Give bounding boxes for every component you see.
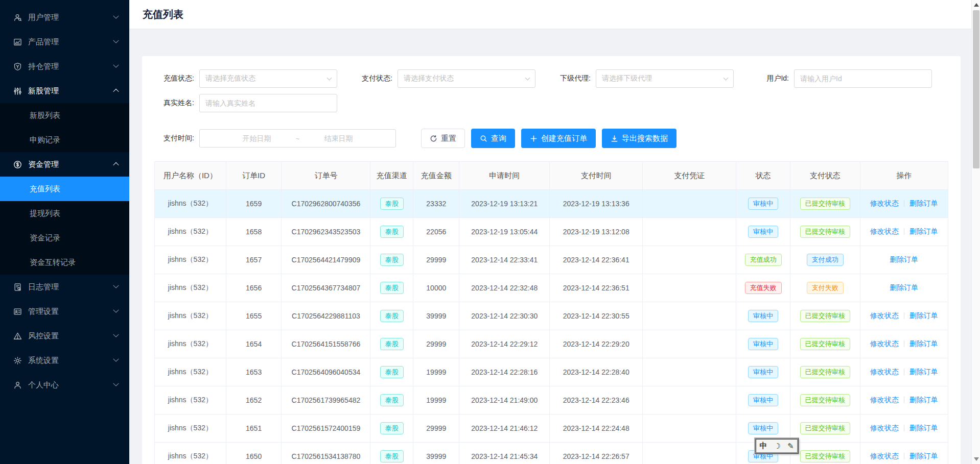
sidebar-item-system-settings[interactable]: 系统设置 <box>0 348 129 373</box>
reset-button[interactable]: 重置 <box>421 129 465 148</box>
action-link[interactable]: 修改状态 <box>870 199 899 207</box>
page-header: 充值列表 <box>129 0 971 29</box>
action-link[interactable]: 删除订单 <box>909 311 938 320</box>
ime-status-bar[interactable]: 中 ☽ ✎ <box>755 438 799 454</box>
sliders-icon <box>13 87 22 95</box>
cell-actions: 修改状态删除订单 <box>860 190 948 218</box>
sidebar-item-product-mgmt[interactable]: 产品管理 <box>0 30 129 54</box>
filter-label: 支付状态: <box>353 74 398 83</box>
real-name-input[interactable] <box>205 99 331 107</box>
chevron-down-icon <box>724 76 729 81</box>
table-row: jishns（532）1657C1702564421479909泰股299992… <box>155 246 948 274</box>
channel-tag: 泰股 <box>380 338 404 351</box>
cell-order-no: C1702564421479909 <box>282 246 370 274</box>
action-link[interactable]: 修改状态 <box>870 227 899 235</box>
scrollbar-thumb[interactable] <box>973 10 979 168</box>
search-button[interactable]: 查询 <box>471 129 515 148</box>
action-link[interactable]: 删除订单 <box>909 339 938 348</box>
action-link[interactable]: 删除订单 <box>909 424 938 432</box>
cell-channel: 泰股 <box>370 330 413 358</box>
sidebar-item-log-mgmt[interactable]: 日志管理 <box>0 275 129 299</box>
agent-select[interactable]: 请选择下级代理 <box>596 69 734 88</box>
download-icon <box>611 135 618 142</box>
sidebar-item-fund-mgmt[interactable]: 资金管理 <box>0 152 129 177</box>
ime-mode-label[interactable]: 中 <box>759 441 767 451</box>
sidebar-subitem-newstock-list[interactable]: 新股列表 <box>0 103 129 128</box>
cell-order-id: 1653 <box>226 358 282 386</box>
cell-voucher <box>643 386 736 414</box>
sidebar-item-newstock-mgmt[interactable]: 新股管理 <box>0 79 129 103</box>
action-link[interactable]: 删除订单 <box>909 396 938 404</box>
action-link[interactable]: 修改状态 <box>870 311 899 320</box>
col-status: 状态 <box>736 162 790 190</box>
sidebar-item-label: 风控设置 <box>28 331 59 341</box>
cell-order-id: 1656 <box>226 274 282 302</box>
cell-apply-time: 2023-12-19 13:13:21 <box>459 190 550 218</box>
sidebar-item-user-mgmt[interactable]: 用户管理 <box>0 5 129 30</box>
channel-tag: 泰股 <box>380 394 404 407</box>
sidebar-subitem-fund-transfer-records[interactable]: 资金互转记录 <box>0 250 129 275</box>
scroll-down-arrow-icon[interactable] <box>974 457 979 461</box>
cell-order-id: 1658 <box>226 218 282 246</box>
sidebar-item-position-mgmt[interactable]: 持仓管理 <box>0 54 129 79</box>
select-placeholder: 请选择下级代理 <box>602 74 652 83</box>
sidebar-subitem-label: 资金互转记录 <box>30 258 76 267</box>
pay-status-tag: 已提交待审核 <box>800 198 850 210</box>
action-link[interactable]: 删除订单 <box>909 452 938 460</box>
action-link[interactable]: 修改状态 <box>870 396 899 404</box>
sidebar-item-admin-settings[interactable]: 管理设置 <box>0 299 129 324</box>
cell-voucher <box>643 190 736 218</box>
chevron-down-icon <box>113 62 119 68</box>
action-divider <box>904 228 904 235</box>
action-link[interactable]: 删除订单 <box>909 227 938 235</box>
table-row: jishns（532）1653C1702564096040534泰股199992… <box>155 358 948 386</box>
action-link[interactable]: 修改状态 <box>870 452 899 460</box>
ime-tool-icon[interactable]: ✎ <box>787 442 794 451</box>
sidebar-item-profile[interactable]: 个人中心 <box>0 373 129 397</box>
cell-order-no: C1702561572400159 <box>282 414 370 443</box>
recharge-status-select[interactable]: 请选择充值状态 <box>199 69 337 88</box>
user-id-field[interactable] <box>794 69 932 88</box>
sidebar-subitem-subscription-records[interactable]: 申购记录 <box>0 128 129 152</box>
pay-status-select[interactable]: 请选择支付状态 <box>398 69 535 88</box>
sidebar-subitem-recharge-list[interactable]: 充值列表 <box>0 177 129 201</box>
action-link[interactable]: 修改状态 <box>870 339 899 348</box>
sidebar-subitem-fund-records[interactable]: 资金记录 <box>0 226 129 250</box>
scroll-up-arrow-icon[interactable] <box>974 3 979 7</box>
user-id-input[interactable] <box>800 75 926 83</box>
vertical-scrollbar[interactable] <box>971 0 980 464</box>
submenu-fund: 充值列表 提现列表 资金记录 资金互转记录 <box>0 177 129 275</box>
action-link[interactable]: 删除订单 <box>909 199 938 207</box>
cell-pay-status: 已提交待审核 <box>790 443 860 464</box>
channel-tag: 泰股 <box>380 422 404 435</box>
cell-pay-status: 已提交待审核 <box>790 218 860 246</box>
cell-actions: 删除订单 <box>860 274 948 302</box>
col-apply-time: 申请时间 <box>459 162 550 190</box>
action-link[interactable]: 修改状态 <box>870 424 899 432</box>
filter-row-1: 充值状态: 请选择充值状态 支付状态: 请选择支付状态 下级代理: 请选择下级代… <box>154 69 948 88</box>
cell-user: jishns（532） <box>155 358 226 386</box>
sidebar-subitem-withdraw-list[interactable]: 提现列表 <box>0 201 129 226</box>
end-date-input[interactable] <box>306 134 372 142</box>
action-link[interactable]: 修改状态 <box>870 368 899 376</box>
sidebar-subitem-label: 新股列表 <box>30 111 60 120</box>
cell-voucher <box>643 443 736 464</box>
filter-label: 支付时间: <box>154 134 199 143</box>
sidebar-item-label: 管理设置 <box>28 307 59 316</box>
export-search-data-button[interactable]: 导出搜索数据 <box>602 129 676 148</box>
pay-time-range-picker[interactable]: ~ <box>199 129 396 148</box>
action-link[interactable]: 删除订单 <box>909 368 938 376</box>
cell-amount: 29999 <box>413 330 459 358</box>
action-link[interactable]: 删除订单 <box>890 283 918 291</box>
ime-halfwidth-icon[interactable]: ☽ <box>774 442 780 451</box>
action-link[interactable]: 删除订单 <box>890 255 918 263</box>
cell-pay-status: 支付成功 <box>790 246 860 274</box>
real-name-field[interactable] <box>199 94 337 112</box>
create-recharge-order-button[interactable]: 创建充值订单 <box>521 129 596 148</box>
sidebar-item-risk-settings[interactable]: 风控设置 <box>0 324 129 348</box>
table-body: jishns（532）1659C1702962800740356泰股233322… <box>155 190 948 464</box>
sidebar-item-label: 新股管理 <box>28 86 59 96</box>
start-date-input[interactable] <box>224 134 290 142</box>
filter-user-id: 用户Id: <box>749 69 947 88</box>
cell-apply-time: 2023-12-14 22:32:48 <box>459 274 550 302</box>
